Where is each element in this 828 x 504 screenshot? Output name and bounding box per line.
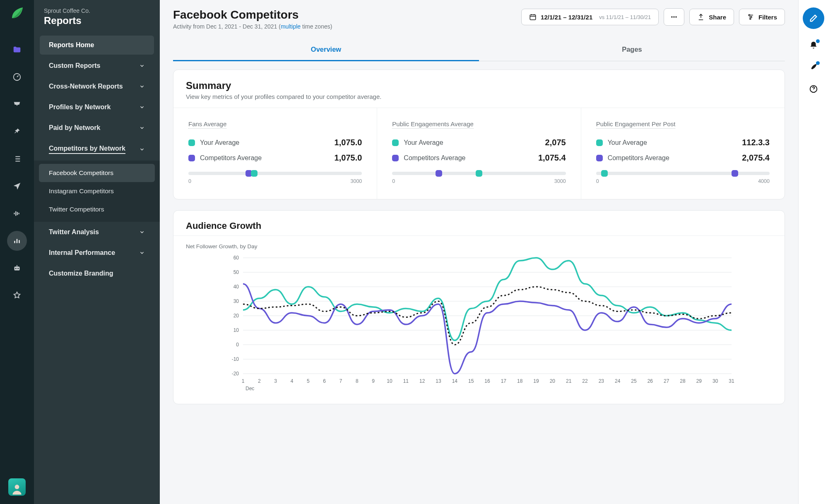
- reports-sidebar: Sprout Coffee Co. Reports Reports Home C…: [34, 0, 160, 504]
- help-button[interactable]: [809, 84, 818, 95]
- range-min: 0: [392, 178, 395, 184]
- range-handle-your: [251, 170, 258, 177]
- svg-text:29: 29: [696, 378, 702, 384]
- swatch-teal: [188, 139, 195, 146]
- svg-point-9: [749, 14, 750, 16]
- svg-text:10: 10: [387, 378, 392, 384]
- notification-dot: [816, 39, 820, 43]
- sidebar-instagram-competitors[interactable]: Instagram Competitors: [39, 182, 155, 200]
- svg-text:28: 28: [680, 378, 686, 384]
- chevron-down-icon: [139, 250, 145, 256]
- compose-button[interactable]: [803, 7, 824, 29]
- chevron-down-icon: [139, 63, 145, 69]
- rail-send-icon[interactable]: [7, 176, 27, 196]
- more-button[interactable]: [664, 8, 684, 26]
- metric-your-label: Your Average: [608, 139, 647, 146]
- svg-text:11: 11: [403, 378, 409, 384]
- rail-inbox-icon[interactable]: [7, 94, 27, 114]
- share-icon: [697, 13, 705, 21]
- metric-comp-value: 1,075.0: [335, 153, 362, 163]
- growth-chart: -20-100102030405060123456789101112131415…: [186, 254, 772, 394]
- sidebar-twitter-competitors[interactable]: Twitter Competitors: [39, 200, 155, 218]
- metric-your-value: 1,075.0: [335, 138, 362, 147]
- feedback-button[interactable]: [809, 62, 818, 73]
- sidebar-reports-home[interactable]: Reports Home: [40, 36, 154, 55]
- chevron-down-icon: [139, 125, 145, 131]
- rail-reports-icon[interactable]: [7, 231, 27, 251]
- metric-comp-label: Competitors Average: [404, 154, 465, 162]
- sidebar-item-label: Twitter Analysis: [49, 228, 99, 236]
- svg-text:31: 31: [729, 378, 734, 384]
- filters-icon: [747, 13, 754, 21]
- sidebar-twitter-analysis[interactable]: Twitter Analysis: [40, 223, 154, 242]
- sidebar-customize-branding[interactable]: Customize Branding: [40, 264, 154, 283]
- svg-text:14: 14: [452, 378, 458, 384]
- calendar-icon: [529, 13, 537, 21]
- svg-text:0: 0: [236, 342, 239, 348]
- metric-comp-value: 1,075.4: [538, 153, 566, 163]
- rail-star-icon[interactable]: [7, 286, 27, 305]
- svg-point-4: [15, 485, 19, 489]
- range-min: 0: [188, 178, 191, 184]
- svg-rect-1: [14, 266, 20, 270]
- rail-dashboard-icon[interactable]: [7, 67, 27, 87]
- svg-point-3: [17, 268, 19, 269]
- range-handle-comp: [732, 170, 738, 177]
- rail-listening-icon[interactable]: [7, 204, 27, 223]
- timezone-link[interactable]: multiple: [281, 23, 301, 30]
- sidebar-facebook-competitors[interactable]: Facebook Competitors: [39, 164, 155, 182]
- swatch-purple: [596, 155, 603, 161]
- sidebar-competitors-subgroup: Facebook Competitors Instagram Competito…: [34, 161, 160, 222]
- page-title: Facebook Competitors: [173, 8, 332, 22]
- chevron-down-icon: [139, 84, 145, 89]
- svg-text:16: 16: [484, 378, 490, 384]
- rail-files-icon[interactable]: [7, 40, 27, 60]
- svg-text:8: 8: [356, 378, 359, 384]
- range-handle-your: [476, 170, 482, 177]
- notifications-button[interactable]: [809, 41, 818, 51]
- sidebar-competitors-network[interactable]: Competitors by Network: [40, 139, 154, 160]
- workspace-name: Sprout Coffee Co.: [44, 7, 150, 14]
- growth-title: Audience Growth: [186, 221, 772, 231]
- svg-text:6: 6: [323, 378, 326, 384]
- sidebar-paid-network[interactable]: Paid by Network: [40, 118, 154, 137]
- svg-text:30: 30: [233, 298, 239, 304]
- summary-subtitle: View key metrics of your profiles compar…: [186, 93, 772, 100]
- metric-title: Public Engagements Average: [392, 120, 474, 129]
- svg-point-11: [750, 18, 751, 19]
- rail-list-icon[interactable]: [7, 149, 27, 169]
- svg-text:10: 10: [233, 327, 239, 333]
- svg-text:22: 22: [582, 378, 588, 384]
- sidebar-custom-reports[interactable]: Custom Reports: [40, 56, 154, 75]
- metric-range-bar: [596, 172, 770, 175]
- swatch-teal: [392, 139, 399, 146]
- metric-your-value: 2,075: [545, 138, 566, 147]
- svg-text:60: 60: [233, 255, 239, 261]
- svg-text:25: 25: [631, 378, 637, 384]
- rail-pin-icon[interactable]: [7, 122, 27, 142]
- svg-text:12: 12: [419, 378, 425, 384]
- user-avatar[interactable]: [8, 478, 26, 496]
- sidebar-profiles-network[interactable]: Profiles by Network: [40, 98, 154, 117]
- svg-text:2: 2: [258, 378, 261, 384]
- help-icon: [809, 84, 818, 94]
- range-min: 0: [596, 178, 599, 184]
- sidebar-cross-network[interactable]: Cross-Network Reports: [40, 77, 154, 96]
- section-title: Reports: [44, 15, 150, 26]
- svg-point-10: [751, 17, 752, 18]
- sidebar-internal-performance[interactable]: Internal Performance: [40, 243, 154, 262]
- audience-growth-card: Audience Growth Net Follower Growth, by …: [173, 210, 785, 404]
- filters-button[interactable]: Filters: [739, 9, 785, 25]
- svg-text:20: 20: [233, 313, 239, 319]
- svg-text:Dec: Dec: [246, 386, 254, 391]
- svg-text:27: 27: [664, 378, 669, 384]
- tab-pages[interactable]: Pages: [479, 39, 785, 61]
- rail-bot-icon[interactable]: [7, 258, 27, 278]
- svg-text:3: 3: [274, 378, 277, 384]
- svg-text:20: 20: [550, 378, 556, 384]
- tab-overview[interactable]: Overview: [173, 39, 479, 61]
- date-range-button[interactable]: 12/1/21 – 12/31/21 vs 11/1/21 – 11/30/21: [521, 9, 659, 25]
- svg-point-8: [676, 16, 677, 17]
- svg-text:-20: -20: [232, 371, 239, 377]
- share-button[interactable]: Share: [689, 9, 734, 25]
